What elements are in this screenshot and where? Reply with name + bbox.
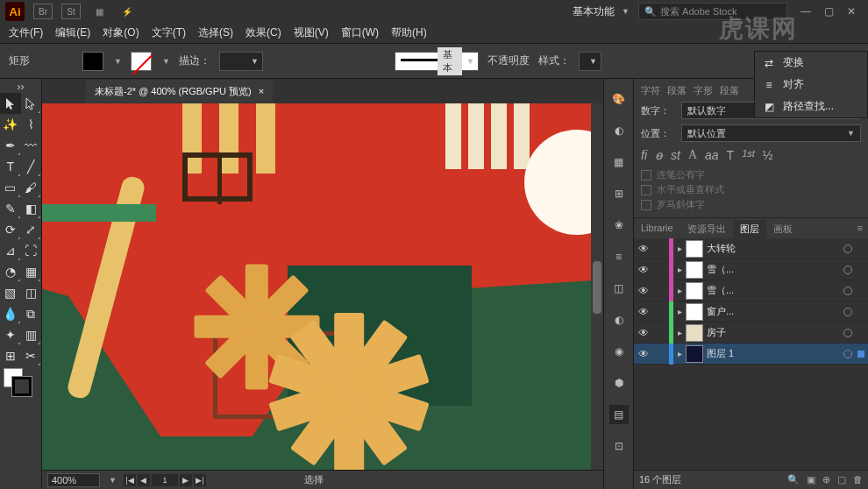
canvas[interactable] xyxy=(42,103,603,470)
eraser-tool[interactable]: ◧ xyxy=(21,198,42,219)
disclosure-icon[interactable]: ▸ xyxy=(673,328,686,337)
menu-select[interactable]: 选择(S) xyxy=(198,25,233,40)
rectangle-tool[interactable]: ▭ xyxy=(0,177,21,198)
tab-paragraph[interactable]: 段落 xyxy=(667,84,687,97)
maximize-button[interactable]: ▢ xyxy=(817,2,840,21)
swatches-icon[interactable]: ▦ xyxy=(609,152,629,172)
stock-icon[interactable]: St xyxy=(61,4,81,19)
layer-row[interactable]: 👁▸大转轮 xyxy=(634,238,868,259)
type-tool[interactable]: T xyxy=(0,156,21,177)
ot-ligature-icon[interactable]: fi xyxy=(641,148,647,162)
disclosure-icon[interactable]: ▸ xyxy=(673,286,686,295)
target-icon[interactable] xyxy=(838,287,857,295)
disclosure-icon[interactable]: ▸ xyxy=(673,349,686,358)
ot-contextual-icon[interactable]: ɵ xyxy=(655,148,663,162)
workspace-switcher[interactable]: 基本功能 ▼ xyxy=(564,2,638,22)
ot-fractions-icon[interactable]: ½ xyxy=(763,148,773,162)
layer-name[interactable]: 雪（... xyxy=(707,284,838,297)
direct-selection-tool[interactable] xyxy=(21,93,42,114)
pen-tool[interactable]: ✒ xyxy=(0,135,21,156)
artboard-tool[interactable]: ⊞ xyxy=(0,345,21,366)
document-tab[interactable]: 未标题-2* @ 400% (RGB/GPU 预览) × xyxy=(86,80,273,103)
close-button[interactable]: ✕ xyxy=(840,2,863,21)
tab-paragraph2[interactable]: 段落 xyxy=(720,84,739,97)
panel-menu-icon[interactable]: ≡ xyxy=(852,220,868,238)
layer-row[interactable]: 👁▸窗户... xyxy=(634,301,868,322)
appearance-icon[interactable]: ◉ xyxy=(609,342,629,361)
slice-tool[interactable]: ✂ xyxy=(21,345,42,366)
target-icon[interactable] xyxy=(838,329,857,337)
color-panel-icon[interactable]: 🎨 xyxy=(609,89,629,109)
line-tool[interactable]: ╱ xyxy=(21,156,42,177)
checkbox[interactable] xyxy=(641,185,651,195)
scrollbar-vertical[interactable] xyxy=(591,103,603,470)
delete-layer-icon[interactable]: 🗑 xyxy=(853,474,863,485)
locate-object-icon[interactable]: 🔍 xyxy=(787,474,800,485)
layer-name[interactable]: 雪（... xyxy=(707,263,838,276)
submenu-pathfinder[interactable]: ◩路径查找... xyxy=(755,96,867,117)
layer-name[interactable]: 房子 xyxy=(707,326,838,339)
stroke-weight-field[interactable]: ▼ xyxy=(219,52,263,71)
tab-layers[interactable]: 图层 xyxy=(733,220,766,238)
graph-tool[interactable]: ▥ xyxy=(21,324,42,345)
visibility-toggle[interactable]: 👁 xyxy=(634,264,653,276)
tab-character[interactable]: 字符 xyxy=(641,84,660,97)
visibility-toggle[interactable]: 👁 xyxy=(634,285,653,297)
ot-stylistic-icon[interactable]: aa xyxy=(705,148,719,162)
menu-object[interactable]: 对象(O) xyxy=(103,25,139,40)
lasso-tool[interactable]: ⌇ xyxy=(21,114,42,135)
eyedropper-tool[interactable]: 💧 xyxy=(0,303,21,324)
ot-discretionary-icon[interactable]: st xyxy=(671,148,680,162)
menu-help[interactable]: 帮助(H) xyxy=(391,25,427,40)
width-tool[interactable]: ⊿ xyxy=(0,240,21,261)
menu-edit[interactable]: 编辑(E) xyxy=(55,25,90,40)
gpu-icon[interactable]: ⚡ xyxy=(117,4,137,19)
layer-row[interactable]: 👁▸图层 1 xyxy=(634,344,868,365)
ot-swash-icon[interactable]: A xyxy=(688,148,697,162)
chevron-down-icon[interactable]: ▼ xyxy=(109,476,117,485)
mesh-tool[interactable]: ▧ xyxy=(0,282,21,303)
symbol-sprayer-tool[interactable]: ✦ xyxy=(0,324,21,345)
arrange-icon[interactable]: ▦ xyxy=(89,4,109,19)
make-clipping-icon[interactable]: ▣ xyxy=(807,474,815,485)
visibility-toggle[interactable]: 👁 xyxy=(634,348,653,360)
scale-tool[interactable]: ⤢ xyxy=(21,219,42,240)
gradient-tool[interactable]: ◫ xyxy=(21,282,42,303)
checkbox[interactable] xyxy=(641,200,651,210)
tab-glyphs[interactable]: 字形 xyxy=(694,84,713,97)
layer-name[interactable]: 图层 1 xyxy=(707,347,838,360)
bridge-icon[interactable]: Br xyxy=(33,4,53,19)
position-dropdown[interactable]: 默认位置▼ xyxy=(681,124,861,142)
search-stock-input[interactable]: 🔍 搜索 Adobe Stock xyxy=(638,3,787,20)
checkbox[interactable] xyxy=(641,170,651,181)
zoom-field[interactable]: 400% xyxy=(47,473,100,487)
submenu-align[interactable]: ≡对齐 xyxy=(755,74,867,96)
target-icon[interactable] xyxy=(838,308,857,316)
menu-type[interactable]: 文字(T) xyxy=(152,25,186,40)
shaper-tool[interactable]: ✎ xyxy=(0,198,21,219)
gradient-panel-icon[interactable]: ◫ xyxy=(609,279,629,298)
graphic-styles-icon[interactable]: ⬢ xyxy=(609,373,629,393)
menu-effect[interactable]: 效果(C) xyxy=(245,25,281,40)
symbols-icon[interactable]: ❀ xyxy=(609,216,629,235)
last-artboard-button[interactable]: ▶| xyxy=(194,474,206,486)
shape-builder-tool[interactable]: ◔ xyxy=(0,261,21,282)
brush-tool[interactable]: 🖌 xyxy=(21,177,42,198)
curvature-tool[interactable]: 〰 xyxy=(21,135,42,156)
layers-dock-icon[interactable]: ▤ xyxy=(609,405,629,424)
tab-artboards[interactable]: 画板 xyxy=(766,220,800,238)
new-sublayer-icon[interactable]: ⊕ xyxy=(822,474,830,485)
minimize-button[interactable]: — xyxy=(794,2,817,21)
opacity-label[interactable]: 不透明度 xyxy=(487,53,530,68)
fill-swatch[interactable] xyxy=(82,52,103,71)
prev-artboard-button[interactable]: ◀ xyxy=(138,474,150,486)
stroke-panel-icon[interactable]: ≡ xyxy=(609,247,629,266)
fill-stroke-indicator[interactable] xyxy=(0,366,41,401)
layer-row[interactable]: 👁▸雪（... xyxy=(634,259,868,280)
chevron-down-icon[interactable]: ▼ xyxy=(114,57,122,66)
visibility-toggle[interactable]: 👁 xyxy=(634,243,653,255)
artboard-number[interactable]: 1 xyxy=(152,474,178,486)
scrollbar-thumb[interactable] xyxy=(593,261,601,314)
ot-ordinals-icon[interactable]: 1st xyxy=(742,148,755,162)
first-artboard-button[interactable]: |◀ xyxy=(124,474,136,486)
